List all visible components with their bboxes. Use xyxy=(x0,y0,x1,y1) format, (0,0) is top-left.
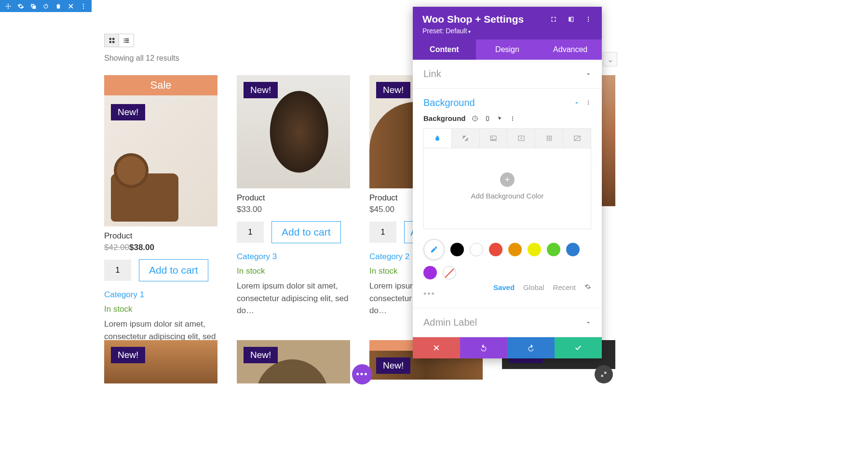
power-icon[interactable] xyxy=(40,1,52,12)
eyedropper-button[interactable] xyxy=(423,239,445,260)
swatch-red[interactable] xyxy=(489,243,502,256)
cancel-button[interactable] xyxy=(413,337,460,358)
swatch-purple[interactable] xyxy=(423,266,437,279)
undo-button[interactable] xyxy=(460,337,507,358)
add-bg-area[interactable]: + Add Background Color xyxy=(423,148,591,229)
trash-icon[interactable] xyxy=(52,1,65,12)
snap-icon[interactable] xyxy=(567,15,575,23)
tab-advanced[interactable]: Advanced xyxy=(539,40,602,60)
bg-tab-gradient[interactable] xyxy=(452,129,480,148)
svg-rect-10 xyxy=(125,40,129,41)
svg-rect-37 xyxy=(550,138,552,139)
product-card: Sale New! Product $42.00$38.00 Add to ca… xyxy=(104,75,217,355)
svg-point-16 xyxy=(588,19,589,20)
swatch-green[interactable] xyxy=(547,243,560,256)
section-more-icon[interactable] xyxy=(585,99,591,107)
product-card: New! Product $33.00 Add to cart Category… xyxy=(237,75,350,355)
product-image[interactable]: New! xyxy=(237,75,350,188)
swatch-none[interactable] xyxy=(443,266,456,279)
color-settings-icon[interactable] xyxy=(584,283,591,291)
chevron-up-icon xyxy=(574,99,580,107)
gear-icon[interactable] xyxy=(14,1,27,12)
color-swatches xyxy=(423,239,591,279)
swatch-white[interactable] xyxy=(470,243,483,256)
field-more-icon[interactable] xyxy=(509,115,516,122)
move-icon[interactable] xyxy=(2,1,14,12)
svg-point-24 xyxy=(487,119,488,120)
product-category[interactable]: Category 1 xyxy=(104,290,217,300)
section-background-header[interactable]: Background xyxy=(423,97,591,108)
section-admin-label: Admin Label xyxy=(413,308,602,337)
bg-tab-pattern[interactable] xyxy=(535,129,563,148)
panel-header: Woo Shop + Settings Preset: Default xyxy=(413,7,602,40)
svg-rect-14 xyxy=(571,17,573,21)
help-icon[interactable]: ? xyxy=(472,115,478,122)
preset-dropdown[interactable]: Preset: Default xyxy=(422,27,592,35)
confirm-button[interactable] xyxy=(555,337,602,358)
swatches-more[interactable]: ••• xyxy=(423,289,435,299)
product-image[interactable]: New! xyxy=(104,340,217,383)
product-image[interactable]: New! xyxy=(237,340,350,383)
color-tab-recent[interactable]: Recent xyxy=(553,283,576,291)
color-tab-saved[interactable]: Saved xyxy=(493,283,515,291)
swatch-black[interactable] xyxy=(450,243,464,256)
svg-rect-8 xyxy=(125,39,129,40)
bg-tab-color[interactable] xyxy=(424,129,452,148)
svg-rect-35 xyxy=(546,138,548,139)
expand-icon[interactable] xyxy=(550,15,557,23)
mobile-icon[interactable] xyxy=(484,115,491,122)
svg-rect-12 xyxy=(125,42,129,43)
section-admin-label-header[interactable]: Admin Label xyxy=(423,317,591,328)
new-badge: New! xyxy=(244,82,278,98)
add-to-cart-button[interactable]: Add to cart xyxy=(139,259,208,281)
svg-rect-3 xyxy=(109,38,111,40)
view-toggle xyxy=(104,34,134,47)
close-icon[interactable] xyxy=(65,1,77,12)
view-grid-button[interactable] xyxy=(105,34,119,47)
chevron-down-icon xyxy=(585,320,591,326)
tab-design[interactable]: Design xyxy=(476,40,539,60)
add-bg-plus-icon[interactable]: + xyxy=(500,172,515,187)
view-list-button[interactable] xyxy=(119,34,134,47)
stock-status: In stock xyxy=(104,304,217,314)
product-title[interactable]: Product xyxy=(104,231,217,241)
svg-rect-4 xyxy=(112,38,114,40)
quantity-input[interactable] xyxy=(104,260,131,281)
product-image[interactable]: New! xyxy=(104,95,217,226)
panel-body: Link Background Background ? xyxy=(413,60,602,337)
product-category[interactable]: Category 3 xyxy=(237,252,350,262)
editor-toolbar xyxy=(0,0,92,12)
section-link-header[interactable]: Link xyxy=(423,68,591,79)
swatch-orange[interactable] xyxy=(508,243,522,256)
svg-point-26 xyxy=(512,118,513,119)
svg-point-0 xyxy=(83,3,84,4)
quantity-input[interactable] xyxy=(369,222,396,243)
svg-rect-40 xyxy=(550,140,552,141)
bg-tab-image[interactable] xyxy=(480,129,508,148)
swatch-yellow[interactable] xyxy=(528,243,541,256)
color-tab-global[interactable]: Global xyxy=(523,283,544,291)
product-price: $42.00$38.00 xyxy=(104,243,217,252)
more-icon[interactable] xyxy=(584,15,592,23)
module-options-button[interactable]: ••• xyxy=(352,364,372,384)
svg-point-17 xyxy=(588,21,589,22)
svg-rect-9 xyxy=(124,40,125,41)
tab-content[interactable]: Content xyxy=(413,40,476,60)
product-title[interactable]: Product xyxy=(237,193,350,203)
more-icon[interactable] xyxy=(77,1,90,12)
svg-rect-36 xyxy=(548,138,550,139)
svg-point-19 xyxy=(588,102,589,103)
swatch-blue[interactable] xyxy=(566,243,580,256)
section-background-title: Background xyxy=(423,97,475,108)
resize-handle[interactable] xyxy=(595,365,613,383)
bg-tab-video[interactable] xyxy=(507,129,535,148)
duplicate-icon[interactable] xyxy=(27,1,40,12)
redo-button[interactable] xyxy=(507,337,555,358)
quantity-input[interactable] xyxy=(237,222,264,243)
svg-point-20 xyxy=(588,104,589,105)
new-badge: New! xyxy=(111,347,145,363)
add-to-cart-button[interactable]: Add to cart xyxy=(271,221,341,243)
svg-rect-39 xyxy=(548,140,550,141)
bg-tab-mask[interactable] xyxy=(563,129,591,148)
hover-icon[interactable] xyxy=(497,115,503,122)
